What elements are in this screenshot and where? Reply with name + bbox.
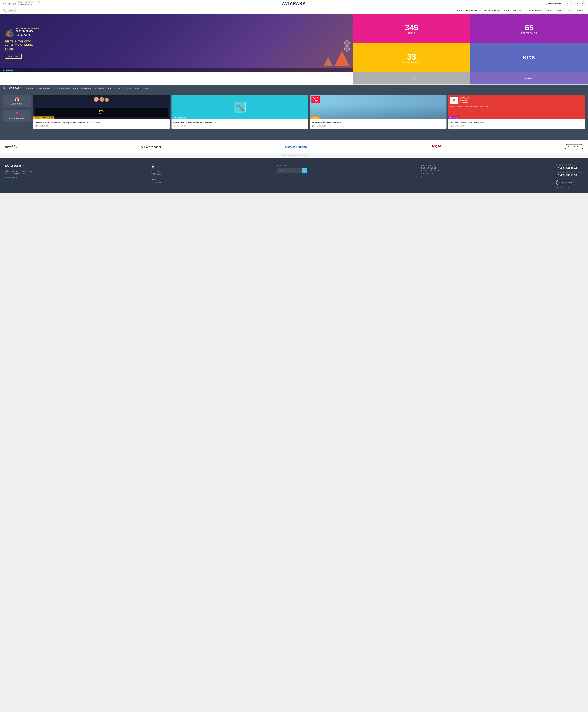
footer-terms[interactable]: Terms of service [5,177,37,178]
contact-us-button[interactable]: CONTACT US [556,180,575,185]
footer-phone2: +7 (495) 139 27 99 [556,174,583,177]
dot-10[interactable] [301,155,302,156]
feedback-label: FEEDBACK AND SUGGESTIONS [556,171,583,173]
nav-emoji[interactable]: EMOJI [576,8,585,12]
sticky-nav-entertainment[interactable]: ENTERTAINMENT [52,86,71,90]
event-card-2[interactable]: 🔨 Procurements PARTICIPATION IN AVIAPARK… [171,95,308,129]
dot-2[interactable] [284,155,285,156]
brand-hm[interactable]: H&M [432,144,441,149]
event-card-3[interactable]: SALE-50% Ekonika Ekonika started the sum… [310,95,446,129]
general-questions-label: GENERAL QUESTIONS [556,164,583,166]
top-bar-left: РУС ENG ⏰ TODAY IS OPENED TILL 22:00 WOR… [3,1,40,5]
hero-section: 🏕️ AVIAPARK GLAMPING MOSCOW ESCAPE TENTS… [0,14,588,72]
event-card-date-2: 🦋 From 27.02.2018 [173,125,306,127]
lang-en[interactable]: ENG [8,2,12,4]
dot-6[interactable] [292,155,294,156]
hero-stats: 345 SHOPS 65 RESTAURANTS 33 ENTERTAINMEN… [353,14,588,72]
sticky-search-icon[interactable]: 🔍 [3,87,6,90]
sticky-nav-restaurants[interactable]: RESTAURANTS [35,86,52,90]
event-card-1[interactable]: КАРО ДетскийБИЛЕТдешевле! KAPO SKY 17 Av… [33,95,170,129]
nav-special-offers[interactable]: SPECIAL OFFERS [525,8,545,12]
dot-3[interactable] [286,155,287,156]
book-now-button[interactable]: BOOK NOW [5,54,22,59]
dot-8[interactable] [297,155,298,156]
footer-hours: Mon-Thu + Sun 10:00 - 22:00 Fri-Sat 10:0… [151,170,163,184]
hero-next-button[interactable]: › [344,40,350,46]
nav-entertainment[interactable]: ENTERTAINMENT [482,8,502,12]
sticky-nav-kids[interactable]: KIDS [72,86,79,90]
sticky-nav-news[interactable]: NEWS [113,86,121,90]
dot-9[interactable] [299,155,300,156]
sticky-nav-events[interactable]: EVENTS [122,86,132,90]
nav-events[interactable]: EVENTS [555,8,566,12]
photo-box[interactable]: PHOTO [470,72,588,84]
footer-link-contacts[interactable]: CONTACTS [421,176,442,177]
dot-4[interactable] [288,155,289,156]
event-card-4[interactable]: A AVIAPARKBECAMECLOSER A MINUTE WALKING … [448,95,585,129]
below-hero-right: ACTIONS PHOTO [353,72,588,84]
all-events-button[interactable]: 📅 ALL EVENTS [3,95,31,107]
sticky-nav-blog[interactable]: BLOG [133,86,141,90]
brand-stokmahn[interactable]: СТОКМАНН [141,145,161,148]
youtube-icon[interactable]: ▶ [581,1,585,5]
events-cards: КАРО ДетскийБИЛЕТдешевле! KAPO SKY 17 Av… [33,95,585,129]
footer-logo-col: AVIAPARK Address: Moscow, Hodynskiy boul… [5,164,37,188]
footer-link-career[interactable]: CAREER IN AVIAPARK [421,170,442,172]
brand-bershka[interactable]: Bershka [5,145,17,149]
nav-blog[interactable]: BLOG [566,8,575,12]
nav-shops[interactable]: SHOPS [454,8,464,12]
stat-entertainment[interactable]: 33 ENTERTAINMENT [353,43,470,72]
event-card-body-4: The metro station "CSKA" was opened 🦋 Fr… [448,119,585,129]
nav-services[interactable]: SERVICES [511,8,524,12]
event-card-image-3: SALE-50% Ekonika [310,95,446,119]
sticky-nav-emoji[interactable]: EMOJI [142,86,150,90]
sticky-nav-shops[interactable]: SHOPS [25,86,34,90]
shops-label: SHOPS [408,32,416,34]
show-on-map-button[interactable]: 📍 SHOW ON MAP [3,110,31,122]
stat-shops[interactable]: 345 SHOPS [353,14,470,43]
dot-11[interactable] [303,155,304,156]
events-prev-button[interactable]: ‹ [572,133,578,139]
stat-restaurants[interactable]: 65 RESTAURANTS [470,14,588,43]
dot-1[interactable] [281,155,283,156]
main-nav: 🔍 MAP SHOPS RESTAURANTS ENTERTAINMENT KI… [0,7,588,14]
events-next-button[interactable]: › [580,133,585,139]
below-hero: ACTIONS PHOTO [0,72,588,85]
getting-here-button[interactable]: GETTING HERE [546,2,563,5]
hero-prev-button[interactable]: ‹ [344,46,350,52]
sticky-nav-services[interactable]: SERVICES [80,86,92,90]
dots-navigation [0,153,588,158]
search-icon[interactable]: 🔍 [3,9,6,12]
actions-box[interactable]: ACTIONS [353,72,470,84]
footer-link-procurement[interactable]: PROCUREMENT [421,167,442,169]
footer-link-advertising[interactable]: ADVERTISING [421,172,442,175]
nav-restaurants[interactable]: RESTAURANTS [464,8,482,12]
event-card-date-4: 🦋 From 26.02.2018 [450,125,583,127]
kidzania-bar: ▶ KidZania [0,68,353,72]
event-tag-4: Aviapark [448,117,459,119]
instagram-icon[interactable]: ◉ [575,1,580,5]
stat-kids[interactable]: KIDS [470,43,588,72]
subscribe-submit-button[interactable]: › [302,168,307,173]
nav-news[interactable]: NEWS [545,8,554,12]
facebook-icon[interactable]: f [570,1,574,5]
dot-12[interactable] [305,155,307,156]
vk-icon[interactable]: ВК [565,1,569,5]
all-shops-button[interactable]: ALL SHOPS [565,144,583,149]
lang-ru[interactable]: РУС [3,2,6,4]
event-card-image-2: 🔨 Procurements [171,95,308,119]
event-card-date-1: 🦋 From 21.12.2017 [35,125,168,127]
map-button[interactable]: MAP [8,8,16,12]
subscribe-email-input[interactable] [277,168,302,173]
brands-strip: Bershka СТОКМАНН DECATHLON H&M ALL SHOPS [0,140,588,153]
nav-kids[interactable]: KIDS [503,8,510,12]
brand-decathlon[interactable]: DECATHLON [285,145,308,149]
dot-5[interactable] [290,155,292,156]
hero-promo-title: TENTS IN THE CITY: GLAMPING OPENING [5,40,39,47]
event-card-date-3: 🦋 From 28.06.2018 [312,125,445,127]
dot-7[interactable] [295,155,296,156]
footer-link-tenants[interactable]: FOR TENANTS [421,164,442,166]
sticky-nav-special-offers[interactable]: SPECIAL OFFERS [93,86,112,90]
hero-icon-area: 🏕️ AVIAPARK GLAMPING MOSCOW ESCAPE [5,27,39,37]
footer-hours-col: 🕙 Mon-Thu + Sun 10:00 - 22:00 Fri-Sat 10… [151,164,163,188]
